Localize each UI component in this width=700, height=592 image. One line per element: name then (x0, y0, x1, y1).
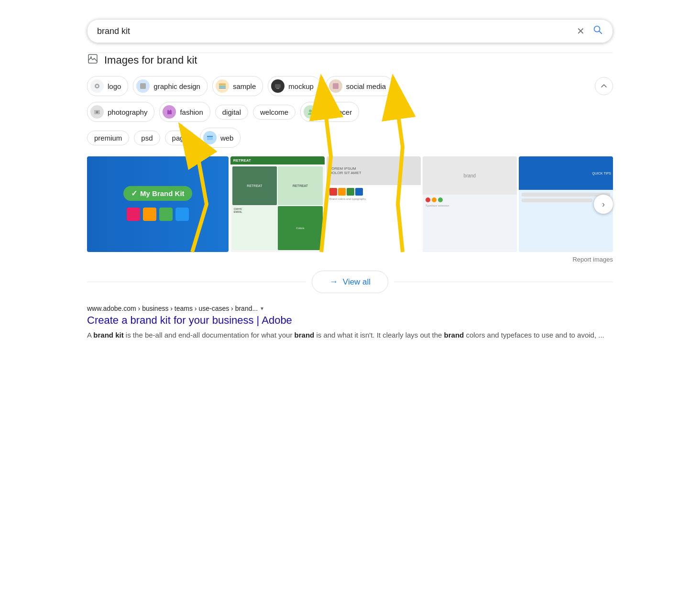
svg-rect-7 (219, 84, 226, 85)
chip-graphic-thumb (136, 79, 150, 93)
gallery-image-4[interactable]: brand Typeface selection (423, 156, 517, 252)
chip-social-media[interactable]: social media (326, 76, 393, 96)
chip-influencer-label: influencer (321, 108, 352, 116)
view-all-label: View all (343, 277, 371, 287)
svg-point-15 (309, 110, 312, 112)
svg-rect-11 (276, 88, 279, 89)
svg-rect-9 (219, 88, 226, 88)
chip-sample[interactable]: sample (212, 76, 263, 96)
chip-mockup-label: mockup (288, 82, 314, 90)
clear-icon[interactable]: ✕ (577, 25, 585, 37)
chip-logo-thumb (90, 79, 104, 93)
svg-rect-17 (207, 136, 213, 137)
result-url: www.adobe.com › business › teams › use-c… (87, 305, 613, 312)
chip-photography[interactable]: photography (87, 102, 154, 122)
chip-page[interactable]: page (165, 131, 195, 145)
chip-mockup[interactable]: mockup (268, 76, 321, 96)
chip-graphic-design-label: graphic design (153, 82, 200, 90)
svg-rect-16 (207, 135, 213, 140)
chip-influencer[interactable]: influencer (300, 102, 359, 122)
image-header-icon (87, 53, 98, 67)
search-result-1: www.adobe.com › business › teams › use-c… (87, 305, 613, 341)
chip-logo[interactable]: logo (87, 76, 128, 96)
chip-premium-label: premium (94, 134, 122, 142)
chip-digital-label: digital (222, 108, 241, 116)
svg-rect-10 (275, 84, 281, 88)
brand-kit-label: My Brand Kit (140, 189, 185, 197)
chip-photography-thumb (90, 105, 104, 119)
chip-web-label: web (220, 134, 234, 142)
result-url-text: www.adobe.com › business › teams › use-c… (87, 305, 258, 312)
chip-social-media-label: social media (346, 82, 386, 90)
svg-rect-8 (219, 86, 226, 87)
search-button[interactable] (592, 24, 603, 38)
filter-chips-row-1: logo graphic design sample mockup social… (87, 76, 613, 96)
svg-point-5 (96, 85, 98, 87)
brand-kit-badge: ✓ My Brand Kit (123, 186, 192, 201)
chip-page-label: page (172, 134, 188, 142)
result-dropdown-icon[interactable]: ▾ (261, 305, 263, 312)
view-all-container: → View all (87, 271, 613, 293)
gallery-next-button[interactable]: › (594, 195, 613, 214)
chip-web-thumb (203, 131, 217, 144)
gallery-image-2[interactable]: RETREAT RETREAT RETREAT CMYKEMAIL Colors (230, 156, 325, 252)
chip-digital[interactable]: digital (215, 105, 248, 120)
chip-welcome-label: welcome (260, 108, 288, 116)
chip-web[interactable]: web (200, 128, 241, 148)
view-all-right-line (394, 282, 613, 282)
chip-fashion[interactable]: fashion (159, 102, 210, 122)
images-title: Images for brand kit (104, 54, 197, 66)
chip-welcome[interactable]: welcome (253, 105, 295, 120)
result-title[interactable]: Create a brand kit for your business | A… (87, 314, 613, 327)
gallery-image-1[interactable]: ✓ My Brand Kit (87, 156, 229, 252)
image-gallery-container: ✓ My Brand Kit RETREAT RETREAT (87, 156, 613, 252)
chip-fashion-thumb (163, 105, 176, 119)
chip-photography-label: photography (108, 108, 147, 116)
view-all-button[interactable]: → View all (312, 271, 388, 293)
chip-influencer-thumb (304, 105, 317, 119)
chip-graphic-design[interactable]: graphic design (133, 76, 208, 96)
search-bar[interactable]: brand kit ✕ (87, 19, 613, 43)
filter-chips-row-2: photography fashion digital welcome infl… (87, 102, 613, 122)
chip-premium[interactable]: premium (87, 131, 129, 145)
report-images[interactable]: Report images (87, 256, 613, 263)
collapse-button[interactable] (595, 77, 613, 95)
chip-mockup-thumb (271, 79, 284, 93)
filter-chips-row-3: premium psd page web (87, 128, 613, 148)
view-all-arrow-icon: → (329, 277, 338, 287)
svg-point-14 (96, 111, 98, 113)
result-snippet: A brand kit is the be-all and end-all do… (87, 329, 613, 341)
view-all-left-line (87, 282, 306, 282)
gallery-image-3[interactable]: LOREM IPSUMDOLOR SIT AMET Brand colors a… (327, 156, 421, 252)
chip-fashion-label: fashion (180, 108, 203, 116)
chip-logo-label: logo (108, 82, 121, 90)
chip-sample-thumb (216, 79, 229, 93)
chip-psd[interactable]: psd (134, 131, 160, 145)
chip-sample-label: sample (233, 82, 256, 90)
svg-line-1 (599, 31, 602, 33)
chip-psd-label: psd (141, 134, 153, 142)
search-input[interactable]: brand kit (97, 26, 577, 36)
chip-social-thumb (329, 79, 342, 93)
image-gallery: ✓ My Brand Kit RETREAT RETREAT (87, 156, 613, 252)
svg-rect-6 (140, 83, 146, 89)
svg-rect-12 (333, 83, 339, 89)
images-section-header: Images for brand kit (87, 53, 613, 67)
